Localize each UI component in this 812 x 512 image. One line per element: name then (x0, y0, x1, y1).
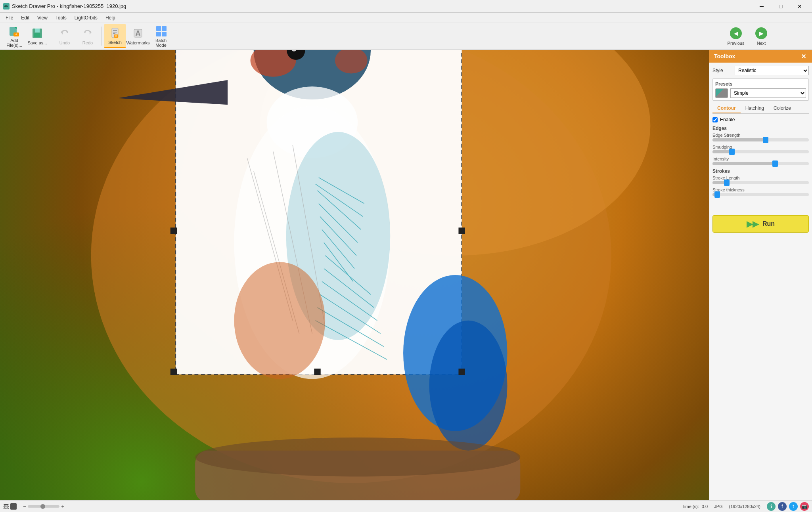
tab-hatching[interactable]: Hatching (741, 104, 769, 113)
minimize-button[interactable]: ─ (753, 0, 771, 12)
watermarks-button[interactable]: A Watermarks (127, 24, 149, 48)
status-right: Time (s): 0.0 JPG (1920x1280x24) ℹ f t 📷 (682, 502, 809, 511)
menu-edit[interactable]: Edit (17, 13, 33, 22)
toolbox-header: Toolbox ✕ (709, 50, 812, 63)
canvas-background (0, 50, 709, 500)
format-label: JPG (714, 504, 722, 509)
dimensions-label: (1920x1280x24) (729, 504, 760, 509)
svg-point-56 (195, 437, 520, 476)
maximize-button[interactable]: □ (772, 0, 790, 12)
svg-point-54 (429, 321, 508, 451)
info-icon[interactable]: ℹ (767, 502, 776, 511)
presets-select-row: Simple Complex Artistic (715, 88, 806, 98)
toolbox-panel: Toolbox ✕ Style Realistic Artistic Simpl… (709, 50, 812, 500)
smudging-label: Smudging (712, 145, 809, 149)
presets-select[interactable]: Simple Complex Artistic (730, 88, 806, 98)
save-as-icon (31, 27, 44, 40)
next-button[interactable]: ▶ Next (750, 25, 772, 48)
save-as-button[interactable]: Save as... (26, 24, 48, 48)
page-icon: 🖼 (3, 503, 9, 510)
add-files-button[interactable]: + Add File(s)... (3, 24, 25, 48)
svg-text:✏: ✏ (115, 34, 118, 38)
facebook-icon[interactable]: f (778, 502, 787, 511)
stroke-thickness-slider[interactable] (712, 193, 809, 196)
run-button[interactable]: ▶▶ Run (712, 215, 809, 233)
time-label: Time (s): 0.0 (682, 504, 708, 509)
toolbox-content: Style Realistic Artistic Simple Presets … (709, 63, 812, 500)
toolbox-title: Toolbox (714, 53, 735, 59)
menu-help[interactable]: Help (102, 13, 119, 22)
sketch-label: Sketch (108, 40, 122, 45)
redo-button[interactable]: Redo (77, 24, 99, 48)
twitter-icon[interactable]: t (789, 502, 798, 511)
app-icon: ✏ (3, 3, 10, 10)
svg-rect-20 (162, 32, 167, 36)
zoom-track[interactable] (28, 505, 59, 508)
menu-bar: File Edit View Tools LightOrbits Help (0, 13, 812, 23)
enable-row: Enable (712, 117, 809, 122)
zoom-thumb[interactable] (40, 504, 45, 509)
page-indicator: 🖼 (3, 503, 17, 510)
zoom-control: − + (23, 503, 64, 510)
batch-mode-button[interactable]: Batch Mode (150, 24, 172, 48)
separator-2 (101, 27, 102, 46)
undo-label: Undo (59, 40, 70, 45)
edge-strength-row: Edge Strength (712, 133, 809, 141)
close-button[interactable]: ✕ (791, 0, 809, 12)
zoom-plus-icon[interactable]: + (61, 503, 64, 510)
separator-1 (51, 27, 51, 46)
presets-title: Presets (715, 81, 806, 87)
previous-icon: ◀ (730, 27, 742, 39)
page-size-icon (10, 503, 17, 510)
status-icons: ℹ f t 📷 (767, 502, 809, 511)
svg-rect-60 (170, 369, 177, 375)
canvas-area[interactable] (0, 50, 709, 500)
title-bar-left: ✏ Sketch Drawer Pro - kingfisher-1905255… (3, 3, 126, 10)
intensity-slider[interactable] (712, 162, 809, 165)
redo-label: Redo (82, 40, 93, 45)
watermarks-label: Watermarks (126, 40, 150, 45)
sketch-button[interactable]: ✏ Sketch (104, 24, 126, 48)
svg-marker-7 (61, 31, 63, 34)
style-label: Style (712, 68, 732, 73)
toolbox-close-button[interactable]: ✕ (799, 52, 807, 60)
edges-label: Edges (712, 126, 809, 131)
stroke-length-slider[interactable] (712, 181, 809, 184)
title-bar: ✏ Sketch Drawer Pro - kingfisher-1905255… (0, 0, 812, 13)
svg-rect-5 (35, 29, 40, 32)
undo-icon (58, 27, 71, 40)
menu-tools[interactable]: Tools (52, 13, 71, 22)
smudging-row: Smudging (712, 145, 809, 153)
nav-area: ◀ Previous ▶ Next (725, 23, 772, 50)
presets-section: Presets Simple Complex Artistic (712, 78, 809, 101)
menu-view[interactable]: View (33, 13, 52, 22)
enable-label[interactable]: Enable (720, 117, 735, 122)
stroke-length-thumb[interactable] (724, 180, 730, 186)
batch-mode-label: Batch Mode (150, 38, 172, 48)
enable-checkbox[interactable] (712, 117, 718, 122)
svg-rect-18 (162, 26, 167, 31)
watermarks-icon: A (132, 27, 144, 40)
stroke-thickness-thumb[interactable] (714, 191, 720, 198)
smudging-slider[interactable] (712, 150, 809, 153)
tabs-row: Contour Hatching Colorize (712, 104, 809, 114)
edge-strength-slider[interactable] (712, 138, 809, 141)
previous-label: Previous (728, 41, 745, 46)
svg-rect-63 (458, 227, 465, 234)
menu-softorbits[interactable]: LightOrbits (71, 13, 102, 22)
previous-button[interactable]: ◀ Previous (725, 25, 747, 48)
menu-file[interactable]: File (2, 13, 17, 22)
style-select[interactable]: Realistic Artistic Simple (735, 66, 809, 75)
instagram-icon[interactable]: 📷 (800, 502, 809, 511)
edge-strength-thumb[interactable] (763, 137, 768, 143)
intensity-thumb[interactable] (772, 160, 778, 167)
svg-rect-19 (156, 32, 161, 36)
run-label: Run (762, 220, 775, 227)
undo-button[interactable]: Undo (54, 24, 76, 48)
svg-rect-17 (156, 26, 161, 31)
tab-colorize[interactable]: Colorize (769, 104, 796, 113)
smudging-thumb[interactable] (729, 149, 735, 155)
sketch-icon: ✏ (109, 27, 121, 39)
zoom-minus-icon[interactable]: − (23, 503, 26, 510)
tab-contour[interactable]: Contour (712, 104, 741, 113)
